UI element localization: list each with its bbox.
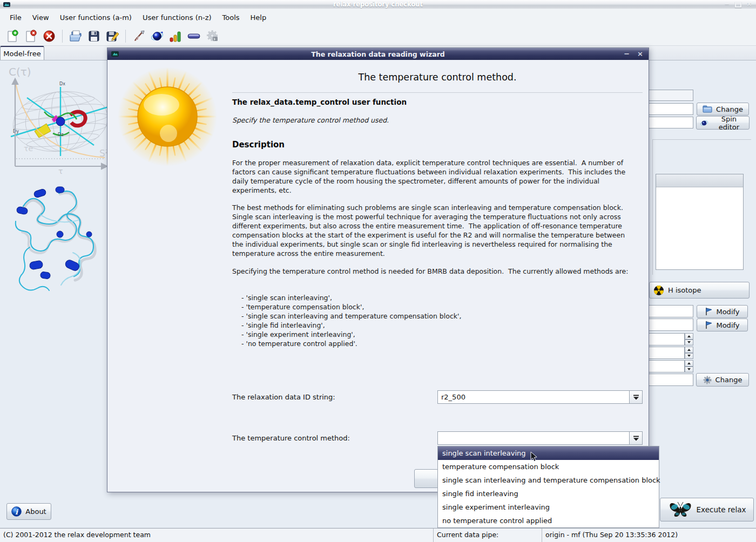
save-state-button[interactable] xyxy=(86,29,102,44)
status-pipe-value: origin - mf (Thu Sep 20 13:35:36 2012) xyxy=(542,529,756,542)
about-button-label: About xyxy=(25,507,46,516)
up-arrow-icon xyxy=(687,349,691,351)
dialog-title: The relaxation data reading wizard xyxy=(107,50,649,58)
close-analysis-button[interactable] xyxy=(23,29,39,44)
gear-icon xyxy=(703,376,712,384)
new-analysis-button[interactable] xyxy=(4,29,21,44)
background-text-field[interactable] xyxy=(648,117,693,128)
menu-file[interactable]: File xyxy=(4,9,27,26)
change-structure-button[interactable]: Change xyxy=(697,103,749,116)
status-bar: (C) 2001-2012 the relax development team… xyxy=(0,528,756,542)
sun-graphic xyxy=(116,65,219,168)
spin-down-button[interactable] xyxy=(685,353,693,360)
save-as-button[interactable] xyxy=(104,29,120,44)
application-window: relax repository checkout − × File View … xyxy=(0,0,756,542)
id-dropdown-button[interactable] xyxy=(630,390,643,404)
down-arrow-icon xyxy=(687,341,691,343)
dialog-minimize-icon[interactable]: − xyxy=(624,49,630,59)
dropdown-option[interactable]: single experiment interleaving xyxy=(438,500,659,514)
temp-control-dropdown-button[interactable] xyxy=(630,431,643,445)
temp-control-combobox[interactable] xyxy=(437,431,643,445)
up-arrow-icon xyxy=(687,362,691,364)
background-list-box[interactable] xyxy=(656,174,744,270)
execute-relax-button[interactable]: Execute relax xyxy=(660,498,754,521)
h-isotope-button[interactable]: H isotope xyxy=(649,282,750,299)
modify-button-1[interactable]: Modify xyxy=(697,305,748,318)
change-settings-button[interactable]: Change xyxy=(696,373,749,387)
spin-down-button[interactable] xyxy=(685,367,693,373)
modify-button-2[interactable]: Modify xyxy=(697,319,748,331)
status-pipe-label: Current data pipe: xyxy=(433,529,542,542)
maximize-icon[interactable] xyxy=(735,2,741,8)
dropdown-option[interactable]: single scan interleaving and temperature… xyxy=(438,473,659,487)
dialog-close-icon[interactable]: × xyxy=(637,49,643,59)
dz-axis-label: Dz xyxy=(58,132,63,137)
dropdown-option[interactable]: single scan interleaving xyxy=(438,446,659,460)
menu-user-functions-nz[interactable]: User functions (n-z) xyxy=(137,9,217,26)
about-button[interactable]: i About xyxy=(6,503,51,520)
prompt-gear-icon xyxy=(206,30,219,43)
function-synopsis: Specify the temperature control method u… xyxy=(232,116,389,124)
minimize-icon[interactable]: − xyxy=(725,1,730,8)
spin-value-field[interactable] xyxy=(648,360,685,372)
dropdown-option[interactable]: temperature compensation block xyxy=(438,460,659,473)
dialog-logo-icon xyxy=(111,51,119,57)
menu-user-functions-am[interactable]: User functions (a-m) xyxy=(55,9,137,26)
relax-mode-button[interactable] xyxy=(131,29,147,44)
correlation-axis-label: C(τ) xyxy=(9,66,31,78)
spin-viewer-button[interactable] xyxy=(149,29,165,44)
spin-value-field[interactable] xyxy=(648,347,685,359)
close-all-button[interactable] xyxy=(41,29,57,44)
close-icon[interactable]: × xyxy=(747,1,752,8)
menu-bar: File View User functions (a-m) User func… xyxy=(0,9,756,26)
description-heading: Description xyxy=(232,140,285,150)
close-document-icon xyxy=(24,30,37,43)
tab-model-free[interactable]: Model-free xyxy=(0,46,44,60)
spin-up-button[interactable] xyxy=(685,347,693,353)
window-title: relax repository checkout xyxy=(0,1,756,8)
open-folder-icon xyxy=(69,30,83,43)
dart-icon xyxy=(132,30,146,43)
background-text-field[interactable] xyxy=(648,374,693,386)
open-state-button[interactable] xyxy=(68,29,84,44)
temp-control-dropdown-list: single scan interleaving temperature com… xyxy=(437,446,659,528)
model-free-analysis-graphic: Dx Dy Dz C(τ) τe τ S² xyxy=(4,66,110,175)
method-list-item: - 'temperature compensation block', xyxy=(241,302,364,311)
h-isotope-label: H isotope xyxy=(668,286,701,294)
toolbar xyxy=(0,26,756,46)
info-icon: i xyxy=(11,506,22,517)
relax-prompt-button[interactable] xyxy=(204,29,220,44)
spin-editor-button[interactable]: Spin editor xyxy=(696,116,750,130)
toolbar-separator xyxy=(62,30,63,43)
relax-data-wizard-dialog: The relaxation data reading wizard − × xyxy=(107,48,649,492)
background-text-field[interactable] xyxy=(648,319,693,331)
spin-up-button[interactable] xyxy=(685,360,693,367)
id-string-value[interactable]: r2_500 xyxy=(437,390,630,404)
protein-structure-graphic xyxy=(8,182,105,297)
mouse-cursor xyxy=(530,451,538,462)
combo-arrow-icon xyxy=(633,395,639,400)
spin-editor-label: Spin editor xyxy=(712,115,746,131)
spin-down-button[interactable] xyxy=(685,340,693,346)
temp-control-value[interactable] xyxy=(437,431,630,445)
spin-up-button[interactable] xyxy=(685,333,693,340)
new-document-icon xyxy=(6,30,19,43)
window-titlebar[interactable]: relax repository checkout − × xyxy=(0,0,756,9)
spin-value-field[interactable] xyxy=(648,333,685,345)
dialog-titlebar[interactable]: The relaxation data reading wizard − × xyxy=(107,48,649,60)
background-text-field[interactable] xyxy=(648,103,693,115)
results-viewer-button[interactable] xyxy=(167,29,184,44)
method-list-item: - 'single scan interleaving and temperat… xyxy=(241,311,461,321)
spin-icon xyxy=(700,119,708,127)
down-arrow-icon xyxy=(687,368,691,370)
menu-help[interactable]: Help xyxy=(245,9,272,26)
dropdown-option[interactable]: single fid interleaving xyxy=(438,487,659,500)
id-string-combobox[interactable]: r2_500 xyxy=(437,390,643,404)
menu-tools[interactable]: Tools xyxy=(217,9,245,26)
background-text-field[interactable] xyxy=(648,305,693,317)
menu-view[interactable]: View xyxy=(27,9,55,26)
dropdown-option[interactable]: no temperature control applied xyxy=(438,514,659,527)
save-as-icon xyxy=(106,30,119,43)
pipe-editor-button[interactable] xyxy=(186,29,202,44)
background-text-field[interactable] xyxy=(648,90,693,101)
